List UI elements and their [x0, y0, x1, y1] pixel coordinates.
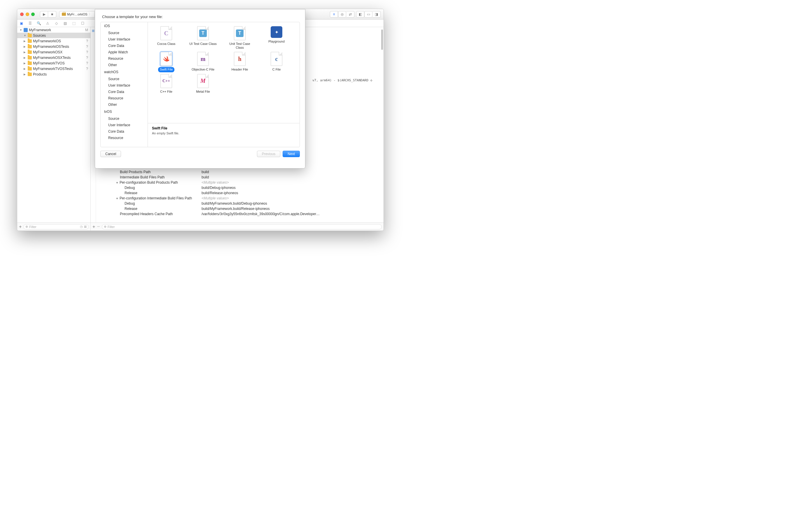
category-item[interactable]: Source	[100, 30, 148, 36]
zoom-button[interactable]	[31, 12, 35, 16]
build-setting-row[interactable]: Debugbuild/Debug-iphoneos	[103, 185, 383, 190]
add-file-button[interactable]: +	[19, 224, 22, 230]
run-button[interactable]: ▶	[40, 11, 48, 18]
category-item[interactable]: Resource	[100, 135, 148, 141]
folder-icon	[28, 72, 32, 76]
template-item[interactable]: C++C++ File	[151, 74, 182, 94]
template-item[interactable]: cC File	[261, 52, 292, 72]
template-label: C++ File	[158, 89, 174, 94]
tree-item[interactable]: ▼Sources	[17, 33, 90, 38]
cancel-button[interactable]: Cancel	[100, 151, 121, 157]
file-icon: C++	[161, 74, 172, 88]
category-header: watchOS	[100, 68, 148, 76]
close-button[interactable]	[20, 12, 24, 16]
template-grid: CCocoa ClassTUI Test Case ClassTUnit Tes…	[148, 22, 299, 123]
template-item[interactable]: mObjective-C File	[187, 52, 219, 72]
category-item[interactable]: User Interface	[100, 122, 148, 128]
toggle-utilities-button[interactable]: ◨	[373, 11, 381, 18]
folder-icon	[28, 51, 32, 54]
standard-editor-button[interactable]: ≡	[330, 11, 338, 18]
toolbox-icon	[62, 13, 66, 16]
clock-icon[interactable]: ◷	[80, 225, 83, 229]
test-navigator-icon[interactable]: ◇	[54, 21, 59, 26]
build-setting-row[interactable]: ▼Per-configuration Intermediate Build Fi…	[103, 195, 383, 201]
project-navigator: ▼ MyFramework M ▼Sources▶MyFrameworkiOS?…	[17, 27, 91, 222]
tree-item[interactable]: ▶MyFrameworkTVOS?	[17, 60, 90, 66]
template-item[interactable]: TUI Test Case Class	[187, 26, 219, 50]
category-item[interactable]: Core Data	[100, 89, 148, 95]
file-icon: M	[197, 74, 209, 88]
minimize-button[interactable]	[26, 12, 29, 16]
debug-navigator-icon[interactable]: ▤	[63, 21, 67, 26]
file-icon: h	[234, 52, 245, 66]
toggle-navigator-button[interactable]: ◧	[356, 11, 364, 18]
stop-button[interactable]: ■	[48, 11, 56, 18]
folder-icon	[28, 45, 32, 49]
run-stop-group: ▶ ■	[40, 11, 56, 18]
template-item[interactable]: CCocoa Class	[151, 26, 182, 50]
tree-item[interactable]: ▶MyFrameworkOSXTests?	[17, 55, 90, 60]
folder-icon	[28, 56, 32, 59]
folder-icon	[28, 67, 32, 70]
tree-item[interactable]: ▶MyFrameworkiOS?	[17, 38, 90, 44]
tree-item[interactable]: ▶Products	[17, 71, 90, 77]
build-setting-row[interactable]: Intermediate Build Files Pathbuild	[103, 175, 383, 180]
window-controls	[20, 12, 35, 16]
file-icon	[161, 52, 172, 66]
category-item[interactable]: Other	[100, 101, 148, 108]
category-item[interactable]: Apple Watch	[100, 49, 148, 55]
template-label: Objective-C File	[190, 67, 216, 72]
project-root[interactable]: ▼ MyFramework M	[17, 27, 90, 33]
project-navigator-icon[interactable]: ▣	[19, 21, 24, 26]
category-item[interactable]: Source	[100, 116, 148, 122]
remove-target-button[interactable]: −	[97, 223, 100, 230]
assistant-editor-button[interactable]: ◎	[338, 11, 346, 18]
category-item[interactable]: Other	[100, 62, 148, 68]
template-item[interactable]: hHeader File	[224, 52, 255, 72]
tree-item[interactable]: ▶MyFrameworkiOSTests?	[17, 44, 90, 49]
next-button[interactable]: Next	[283, 151, 300, 157]
template-item[interactable]: Swift File	[151, 52, 182, 72]
jump-bar-icon[interactable]: ⊞	[92, 29, 94, 33]
template-item[interactable]: TUnit Test Case Class	[224, 26, 255, 50]
build-setting-row[interactable]: ▼Per-configuration Build Products Path<M…	[103, 180, 383, 185]
category-item[interactable]: Resource	[100, 55, 148, 62]
sheet-title: Choose a template for your new file:	[95, 9, 305, 22]
scrollbar[interactable]	[381, 29, 383, 50]
previous-button[interactable]: Previous	[257, 151, 281, 157]
category-item[interactable]: Core Data	[100, 42, 148, 49]
issue-navigator-icon[interactable]: ⚠	[45, 21, 50, 26]
build-setting-row[interactable]: Build Products Pathbuild	[103, 170, 383, 175]
build-setting-row[interactable]: Releasebuild/Release-iphoneos	[103, 190, 383, 195]
template-label: Playground	[267, 39, 286, 44]
tree-item[interactable]: ▶MyFrameworkTVOSTests?	[17, 66, 90, 71]
archs-value[interactable]: v7, arm64) - $(ARCHS_STANDARD ◇	[312, 79, 372, 82]
build-setting-row[interactable]: Releasebuild/MyFramework.build/Release-i…	[103, 206, 383, 211]
category-item[interactable]: Resource	[100, 95, 148, 101]
tree-item[interactable]: ▶MyFrameworkOSX?	[17, 49, 90, 55]
build-setting-row[interactable]: Debugbuild/MyFramework.build/Debug-iphon…	[103, 201, 383, 206]
editor-filter[interactable]: ⊕ Filter	[102, 224, 382, 230]
category-item[interactable]: Source	[100, 76, 148, 82]
report-navigator-icon[interactable]: ☐	[80, 21, 85, 26]
template-item[interactable]: MMetal File	[187, 74, 219, 94]
category-item[interactable]: User Interface	[100, 36, 148, 42]
build-setting-row[interactable]: Precompiled Headers Cache Path/var/folde…	[103, 211, 383, 217]
template-label: Swift File	[158, 67, 175, 72]
category-item[interactable]: User Interface	[100, 82, 148, 89]
category-item[interactable]: Core Data	[100, 128, 148, 135]
toggle-debug-button[interactable]: ▭	[364, 11, 373, 18]
version-editor-button[interactable]: ⇄	[346, 11, 354, 18]
breakpoint-navigator-icon[interactable]: ⬚	[71, 21, 76, 26]
file-icon: T	[197, 26, 209, 40]
symbol-navigator-icon[interactable]: ☰	[28, 21, 32, 26]
add-target-button[interactable]: +	[92, 224, 95, 230]
scm-icon[interactable]: ⊠	[84, 225, 87, 229]
filter-icon: ⊕	[25, 225, 28, 229]
template-label: C File	[271, 67, 283, 72]
template-label: Cocoa Class	[155, 41, 177, 47]
find-navigator-icon[interactable]: 🔍	[36, 21, 41, 26]
project-icon	[24, 28, 28, 32]
navigator-filter[interactable]: ⊕ Filter ◷ ⊠	[23, 224, 89, 230]
template-item[interactable]: ✦Playground	[261, 26, 292, 50]
